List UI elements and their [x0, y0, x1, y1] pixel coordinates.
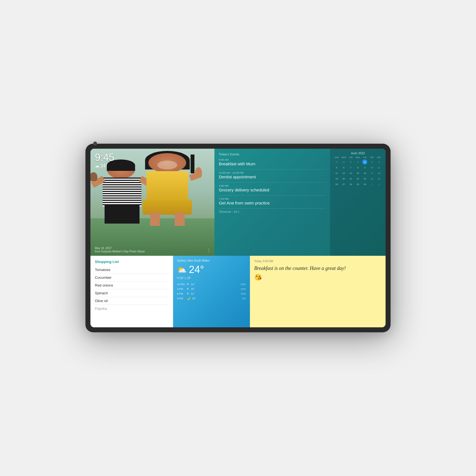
- forecast-time-4: 9 PM: [177, 297, 185, 300]
- weather-main: ⛅ 24°: [177, 264, 246, 275]
- note-timestamp: Today, 8:00 AM: [254, 260, 381, 263]
- cal-thu: THU: [361, 156, 368, 158]
- cal-cell: 18: [376, 171, 381, 176]
- forecast-icon-3: ☀: [186, 292, 189, 295]
- events-section-title: Today's Events: [219, 153, 326, 156]
- cal-cell: 14: [348, 171, 353, 176]
- event-title-2: Dentist appointment: [219, 174, 326, 179]
- cal-cell: 9: [362, 165, 367, 170]
- forecast-temp-4: 19°: [192, 297, 240, 300]
- photo-caption: May 14, 2017 from Surprise Mother's Day …: [95, 247, 145, 253]
- cal-cell: 22: [355, 176, 360, 181]
- forecast-time-2: 3 PM: [177, 287, 185, 290]
- calendar-grid: 29 30 31 1 2 3 4 5 6 7: [333, 159, 382, 187]
- note-content: Breakfast is on the counter. Have a grea…: [254, 265, 381, 272]
- event-item-2: 11:00 AM - 12:00 PM Dentist appointment: [219, 171, 326, 179]
- events-section: Today's Events 8:45 AM Breakfast with Mu…: [214, 149, 386, 256]
- shopping-item-5: Olive oil: [95, 297, 168, 305]
- forecast-time-1: 12 PM: [177, 283, 185, 286]
- note-emoji: 😘: [254, 274, 381, 281]
- weather-cloud-icon: ⛅: [177, 265, 187, 274]
- event-title-3: Grocery delivery scheduled: [219, 188, 326, 193]
- shopping-item-4: Spinach: [95, 289, 168, 297]
- calendar-day-names: SUN MON TUE WED THU FRI SAT: [333, 156, 382, 158]
- cal-cell: 30: [362, 182, 367, 187]
- cal-cell: 2: [376, 182, 381, 187]
- cal-cell: 3: [369, 159, 374, 164]
- cal-cell: 17: [369, 171, 374, 176]
- cal-cell: 11: [376, 165, 381, 170]
- cal-cell: 21: [348, 176, 353, 181]
- forecast-temp-3: 21°: [191, 292, 239, 295]
- cal-mon: MON: [340, 156, 347, 158]
- cal-cell: 29: [334, 159, 339, 164]
- forecast-row-1: 12 PM ☀ 24° 20%: [177, 282, 246, 286]
- shopping-item-2: Cucumber: [95, 274, 168, 282]
- cal-cell: 19: [334, 176, 339, 181]
- device-screen: 9:45 ☁ 24° May 14, 2017 from Surprise Mo…: [90, 149, 386, 327]
- photo-time-widget: 9:45 ☁ 24°: [95, 153, 114, 168]
- bottom-row: Shopping List Tomatoes Cucumber Red onio…: [90, 256, 386, 327]
- event-item-4: 7:15 PM Get Ana from swim practice: [219, 197, 326, 206]
- top-row: 9:45 ☁ 24° May 14, 2017 from Surprise Mo…: [90, 149, 386, 256]
- forecast-temp-1: 24°: [191, 283, 239, 286]
- cal-cell: 15: [355, 171, 360, 176]
- event-divider-2: [219, 182, 326, 183]
- cal-cell: 12: [334, 171, 339, 176]
- calendar-title: June 2022: [333, 151, 382, 155]
- event-divider-3: [219, 195, 326, 196]
- event-item-3: 4:00 PM Grocery delivery scheduled: [219, 184, 326, 193]
- forecast-time-3: 6 PM: [177, 292, 185, 295]
- event-time-3: 4:00 PM: [219, 184, 326, 187]
- event-time-1: 8:45 AM: [219, 158, 326, 161]
- event-divider-4: [219, 208, 326, 209]
- cal-cell: 6: [341, 165, 346, 170]
- cal-cell: 23: [362, 176, 367, 181]
- cal-cell: 26: [334, 182, 339, 187]
- cal-sat: SAT: [376, 156, 382, 158]
- forecast-row-4: 9 PM 🌙 19° 2%: [177, 297, 246, 300]
- forecast-icon-1: ☀: [186, 282, 189, 286]
- tomorrow-label: Tomorrow - Jul 1: [219, 210, 326, 213]
- event-title-4: Get Ana from swim practice: [219, 201, 326, 206]
- event-time-2: 11:00 AM - 12:00 PM: [219, 171, 326, 174]
- forecast-precip-2: 15%: [241, 287, 246, 290]
- cal-cell: 24: [369, 176, 374, 181]
- cal-cell: 20: [341, 176, 346, 181]
- sticky-note-widget: Today, 8:00 AM Breakfast is on the count…: [250, 256, 386, 327]
- event-time-4: 7:15 PM: [219, 197, 326, 200]
- cal-cell: 31: [348, 159, 353, 164]
- cal-cell: 1: [355, 159, 360, 164]
- screen-content: 9:45 ☁ 24° May 14, 2017 from Surprise Mo…: [90, 149, 386, 327]
- cal-cell: 25: [376, 176, 381, 181]
- cal-cell-today: 2: [362, 159, 367, 164]
- weather-widget: Sydney, New South Wales ⛅ 24° H 26° L 18…: [173, 256, 250, 327]
- photo-menu-button[interactable]: ⋮: [207, 248, 211, 253]
- forecast-icon-2: ☀: [186, 287, 189, 291]
- cal-sun: SUN: [333, 156, 340, 158]
- cal-cell: 27: [341, 182, 346, 187]
- shopping-list-widget: Shopping List Tomatoes Cucumber Red onio…: [90, 256, 173, 327]
- cal-cell: 1: [369, 182, 374, 187]
- forecast-row-3: 6 PM ☀ 21° 12%: [177, 292, 246, 295]
- calendar-widget: June 2022 SUN MON TUE WED THU FRI SAT: [330, 149, 386, 256]
- camera-icon: [93, 141, 97, 145]
- clock-display: 9:45: [95, 153, 114, 163]
- cal-cell: 4: [376, 159, 381, 164]
- shopping-item-1: Tomatoes: [95, 266, 168, 274]
- events-list: Today's Events 8:45 AM Breakfast with Mu…: [214, 149, 330, 256]
- forecast-precip-3: 12%: [241, 292, 246, 295]
- weather-forecast: 12 PM ☀ 24° 20% 3 PM ☀ 26° 15%: [177, 282, 246, 300]
- cal-cell: 16: [362, 171, 367, 176]
- current-temperature: 24°: [189, 264, 204, 275]
- forecast-precip-1: 20%: [241, 283, 246, 286]
- device-frame: 9:45 ☁ 24° May 14, 2017 from Surprise Mo…: [85, 144, 391, 332]
- weather-location: Sydney, New South Wales: [177, 259, 246, 262]
- cal-tue: TUE: [348, 156, 354, 158]
- cal-fri: FRI: [368, 156, 375, 158]
- forecast-icon-4: 🌙: [186, 297, 190, 300]
- weather-overlay: ☁ 24°: [95, 163, 114, 168]
- forecast-precip-4: 2%: [242, 297, 246, 300]
- cal-cell: 5: [334, 165, 339, 170]
- shopping-item-3: Red onions: [95, 282, 168, 289]
